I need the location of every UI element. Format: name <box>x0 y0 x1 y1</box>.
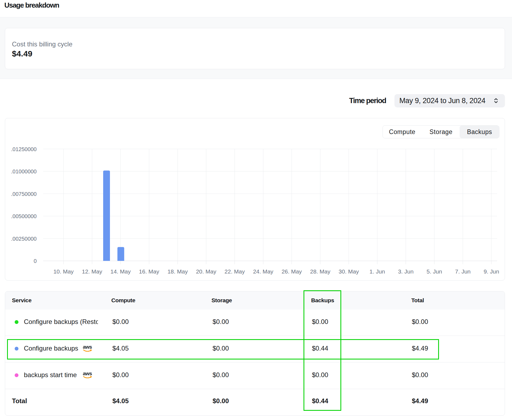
svg-text:.00500000: .00500000 <box>11 213 37 219</box>
svg-text:5. Jun: 5. Jun <box>426 268 442 275</box>
svg-text:.01000000: .01000000 <box>11 168 37 174</box>
svg-text:.00750000: .00750000 <box>11 191 37 197</box>
svg-text:10. May: 10. May <box>53 268 74 275</box>
svg-text:18. May: 18. May <box>167 268 188 275</box>
svg-text:0: 0 <box>34 258 37 264</box>
svg-text:.01250000: .01250000 <box>11 146 37 152</box>
svg-text:16. May: 16. May <box>139 268 159 275</box>
svg-text:3. Jun: 3. Jun <box>398 268 413 275</box>
svg-text:28. May: 28. May <box>310 268 330 275</box>
svg-text:22. May: 22. May <box>225 268 245 275</box>
svg-text:1. Jun: 1. Jun <box>369 268 385 275</box>
svg-text:14. May: 14. May <box>110 268 131 275</box>
svg-text:.00250000: .00250000 <box>11 236 37 242</box>
svg-text:20. May: 20. May <box>196 268 216 275</box>
svg-text:26. May: 26. May <box>282 268 302 275</box>
svg-text:24. May: 24. May <box>253 268 273 275</box>
svg-text:12. May: 12. May <box>82 268 102 275</box>
svg-text:7. Jun: 7. Jun <box>455 268 470 275</box>
svg-text:9. Jun: 9. Jun <box>483 268 499 275</box>
svg-text:30. May: 30. May <box>339 268 359 275</box>
